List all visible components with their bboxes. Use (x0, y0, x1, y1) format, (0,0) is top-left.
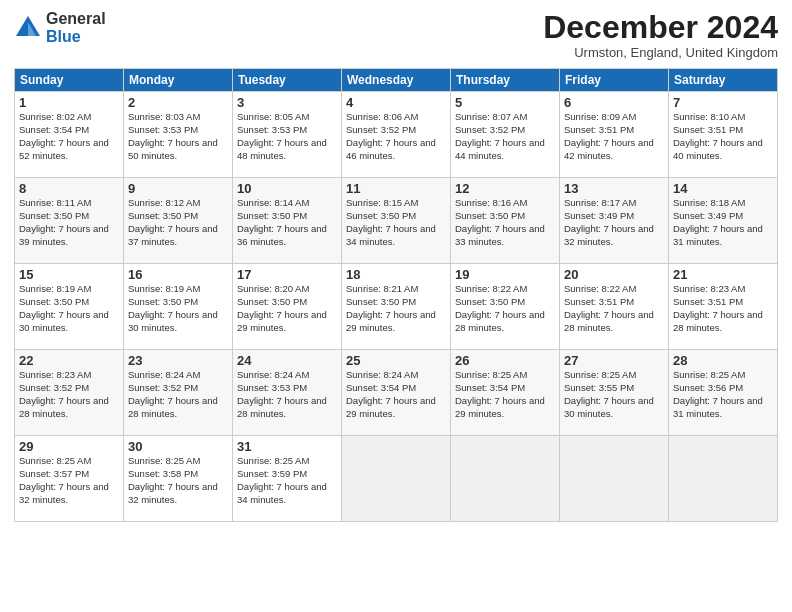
sunset-label: Sunset: 3:55 PM (564, 382, 634, 393)
day-info: Sunrise: 8:23 AM Sunset: 3:51 PM Dayligh… (673, 283, 773, 334)
daylight-label: Daylight: 7 hours and 46 minutes. (346, 137, 436, 161)
daylight-label: Daylight: 7 hours and 32 minutes. (19, 481, 109, 505)
header-sunday: Sunday (15, 69, 124, 92)
sunset-label: Sunset: 3:50 PM (455, 296, 525, 307)
day-number: 8 (19, 181, 119, 196)
day-info: Sunrise: 8:24 AM Sunset: 3:52 PM Dayligh… (128, 369, 228, 420)
day-number: 16 (128, 267, 228, 282)
table-row (451, 436, 560, 522)
table-row: 12 Sunrise: 8:16 AM Sunset: 3:50 PM Dayl… (451, 178, 560, 264)
table-row: 21 Sunrise: 8:23 AM Sunset: 3:51 PM Dayl… (669, 264, 778, 350)
sunset-label: Sunset: 3:50 PM (128, 210, 198, 221)
table-row: 24 Sunrise: 8:24 AM Sunset: 3:53 PM Dayl… (233, 350, 342, 436)
sunrise-label: Sunrise: 8:23 AM (19, 369, 91, 380)
table-row: 28 Sunrise: 8:25 AM Sunset: 3:56 PM Dayl… (669, 350, 778, 436)
daylight-label: Daylight: 7 hours and 31 minutes. (673, 223, 763, 247)
day-number: 10 (237, 181, 337, 196)
day-number: 12 (455, 181, 555, 196)
sunrise-label: Sunrise: 8:24 AM (237, 369, 309, 380)
table-row: 16 Sunrise: 8:19 AM Sunset: 3:50 PM Dayl… (124, 264, 233, 350)
day-number: 4 (346, 95, 446, 110)
logo-general-text: General (46, 10, 106, 28)
calendar-week-row: 8 Sunrise: 8:11 AM Sunset: 3:50 PM Dayli… (15, 178, 778, 264)
sunrise-label: Sunrise: 8:09 AM (564, 111, 636, 122)
day-number: 19 (455, 267, 555, 282)
sunset-label: Sunset: 3:53 PM (237, 124, 307, 135)
table-row (560, 436, 669, 522)
daylight-label: Daylight: 7 hours and 39 minutes. (19, 223, 109, 247)
sunset-label: Sunset: 3:53 PM (128, 124, 198, 135)
daylight-label: Daylight: 7 hours and 28 minutes. (19, 395, 109, 419)
sunset-label: Sunset: 3:50 PM (19, 210, 89, 221)
daylight-label: Daylight: 7 hours and 29 minutes. (346, 395, 436, 419)
sunset-label: Sunset: 3:50 PM (237, 296, 307, 307)
daylight-label: Daylight: 7 hours and 32 minutes. (128, 481, 218, 505)
daylight-label: Daylight: 7 hours and 29 minutes. (237, 309, 327, 333)
sunrise-label: Sunrise: 8:15 AM (346, 197, 418, 208)
day-number: 30 (128, 439, 228, 454)
header: General Blue December 2024 Urmston, Engl… (14, 10, 778, 60)
sunrise-label: Sunrise: 8:21 AM (346, 283, 418, 294)
daylight-label: Daylight: 7 hours and 48 minutes. (237, 137, 327, 161)
table-row: 26 Sunrise: 8:25 AM Sunset: 3:54 PM Dayl… (451, 350, 560, 436)
day-number: 7 (673, 95, 773, 110)
calendar-table: Sunday Monday Tuesday Wednesday Thursday… (14, 68, 778, 522)
sunset-label: Sunset: 3:51 PM (564, 296, 634, 307)
sunset-label: Sunset: 3:50 PM (237, 210, 307, 221)
day-info: Sunrise: 8:25 AM Sunset: 3:58 PM Dayligh… (128, 455, 228, 506)
sunrise-label: Sunrise: 8:10 AM (673, 111, 745, 122)
day-number: 29 (19, 439, 119, 454)
day-number: 23 (128, 353, 228, 368)
daylight-label: Daylight: 7 hours and 44 minutes. (455, 137, 545, 161)
sunset-label: Sunset: 3:50 PM (19, 296, 89, 307)
day-info: Sunrise: 8:25 AM Sunset: 3:57 PM Dayligh… (19, 455, 119, 506)
daylight-label: Daylight: 7 hours and 50 minutes. (128, 137, 218, 161)
day-info: Sunrise: 8:02 AM Sunset: 3:54 PM Dayligh… (19, 111, 119, 162)
sunset-label: Sunset: 3:54 PM (19, 124, 89, 135)
day-info: Sunrise: 8:24 AM Sunset: 3:54 PM Dayligh… (346, 369, 446, 420)
table-row: 13 Sunrise: 8:17 AM Sunset: 3:49 PM Dayl… (560, 178, 669, 264)
sunset-label: Sunset: 3:50 PM (455, 210, 525, 221)
day-info: Sunrise: 8:03 AM Sunset: 3:53 PM Dayligh… (128, 111, 228, 162)
daylight-label: Daylight: 7 hours and 28 minutes. (128, 395, 218, 419)
table-row: 23 Sunrise: 8:24 AM Sunset: 3:52 PM Dayl… (124, 350, 233, 436)
daylight-label: Daylight: 7 hours and 37 minutes. (128, 223, 218, 247)
day-info: Sunrise: 8:18 AM Sunset: 3:49 PM Dayligh… (673, 197, 773, 248)
table-row: 14 Sunrise: 8:18 AM Sunset: 3:49 PM Dayl… (669, 178, 778, 264)
sunrise-label: Sunrise: 8:18 AM (673, 197, 745, 208)
day-info: Sunrise: 8:22 AM Sunset: 3:50 PM Dayligh… (455, 283, 555, 334)
daylight-label: Daylight: 7 hours and 28 minutes. (564, 309, 654, 333)
calendar-week-row: 1 Sunrise: 8:02 AM Sunset: 3:54 PM Dayli… (15, 92, 778, 178)
day-info: Sunrise: 8:19 AM Sunset: 3:50 PM Dayligh… (19, 283, 119, 334)
logo: General Blue (14, 10, 106, 45)
daylight-label: Daylight: 7 hours and 34 minutes. (237, 481, 327, 505)
day-number: 3 (237, 95, 337, 110)
sunrise-label: Sunrise: 8:06 AM (346, 111, 418, 122)
sunset-label: Sunset: 3:54 PM (346, 382, 416, 393)
sunset-label: Sunset: 3:50 PM (346, 210, 416, 221)
daylight-label: Daylight: 7 hours and 31 minutes. (673, 395, 763, 419)
header-tuesday: Tuesday (233, 69, 342, 92)
calendar-page: General Blue December 2024 Urmston, Engl… (0, 0, 792, 612)
sunset-label: Sunset: 3:56 PM (673, 382, 743, 393)
table-row: 19 Sunrise: 8:22 AM Sunset: 3:50 PM Dayl… (451, 264, 560, 350)
day-number: 14 (673, 181, 773, 196)
table-row: 18 Sunrise: 8:21 AM Sunset: 3:50 PM Dayl… (342, 264, 451, 350)
sunrise-label: Sunrise: 8:22 AM (455, 283, 527, 294)
daylight-label: Daylight: 7 hours and 28 minutes. (455, 309, 545, 333)
day-number: 18 (346, 267, 446, 282)
weekday-header-row: Sunday Monday Tuesday Wednesday Thursday… (15, 69, 778, 92)
sunset-label: Sunset: 3:52 PM (128, 382, 198, 393)
daylight-label: Daylight: 7 hours and 28 minutes. (673, 309, 763, 333)
sunrise-label: Sunrise: 8:20 AM (237, 283, 309, 294)
sunset-label: Sunset: 3:50 PM (128, 296, 198, 307)
day-info: Sunrise: 8:09 AM Sunset: 3:51 PM Dayligh… (564, 111, 664, 162)
day-info: Sunrise: 8:07 AM Sunset: 3:52 PM Dayligh… (455, 111, 555, 162)
header-saturday: Saturday (669, 69, 778, 92)
table-row: 22 Sunrise: 8:23 AM Sunset: 3:52 PM Dayl… (15, 350, 124, 436)
day-info: Sunrise: 8:14 AM Sunset: 3:50 PM Dayligh… (237, 197, 337, 248)
day-number: 5 (455, 95, 555, 110)
month-title: December 2024 (543, 10, 778, 45)
table-row: 20 Sunrise: 8:22 AM Sunset: 3:51 PM Dayl… (560, 264, 669, 350)
sunset-label: Sunset: 3:57 PM (19, 468, 89, 479)
